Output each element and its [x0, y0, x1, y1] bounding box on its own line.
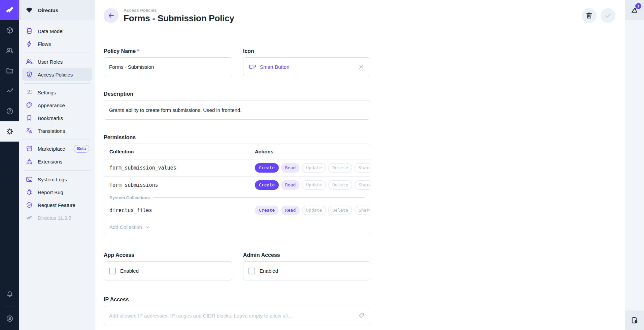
rabbit-logo-icon	[4, 5, 15, 16]
sidebar-item-system-logs[interactable]: System Logs	[22, 173, 92, 186]
arrow-left-icon	[107, 11, 115, 20]
admin-access-label: Admin Access	[243, 252, 370, 258]
breadcrumb: Access Policies	[124, 8, 234, 13]
sidebar-item-bookmarks[interactable]: Bookmarks	[22, 112, 92, 124]
sidebar-item-access-policies[interactable]: Access Policies	[22, 68, 92, 81]
smart-button-icon	[248, 63, 257, 71]
policy-name-value: Forms - Submission	[109, 64, 154, 70]
sidebar-item-user-roles[interactable]: User Roles	[22, 55, 92, 68]
divider-line	[154, 197, 365, 198]
description-label: Description	[104, 91, 370, 97]
permission-chip-delete[interactable]: Delete	[328, 180, 352, 190]
sidebar-item-label: System Logs	[38, 177, 67, 182]
delete-button[interactable]	[582, 8, 597, 23]
module-users-button[interactable]	[0, 40, 19, 61]
right-sidebar: 1	[625, 0, 644, 330]
app-access-checkbox-label: Enabled	[120, 268, 139, 274]
translate-icon	[25, 127, 33, 135]
permission-chip-delete[interactable]: Delete	[328, 206, 352, 215]
sidebar-divider	[24, 170, 91, 171]
sidebar-item-settings[interactable]: Settings	[22, 86, 92, 99]
admin-access-field-group: Admin Access Enabled	[243, 252, 370, 280]
column-collection: Collection	[109, 149, 255, 154]
permission-chip-share[interactable]: Share	[354, 206, 370, 215]
page-title: Forms - Submission Policy	[124, 13, 234, 24]
sidebar-item-flows[interactable]: Flows	[22, 37, 92, 50]
permissions-label: Permissions	[104, 134, 370, 141]
collection-name: directus_files	[109, 207, 255, 213]
module-bar-spacer	[0, 142, 19, 284]
palette-icon	[25, 101, 33, 109]
module-help-button[interactable]	[0, 101, 19, 121]
directus-logo-button[interactable]	[0, 0, 19, 20]
sidebar-nav: Data Model Flows User Roles Access Polic	[19, 20, 95, 224]
sidebar-item-marketplace[interactable]: Marketplace Beta	[22, 142, 92, 155]
sidebar-item-data-model[interactable]: Data Model	[22, 25, 92, 37]
column-actions: Actions	[255, 149, 365, 154]
sidebar-item-request-feature[interactable]: Request Feature	[22, 199, 92, 211]
collection-name: form_submission_values	[109, 165, 255, 171]
ip-access-input[interactable]: Add allowed IP addresses, IP ranges and …	[104, 306, 370, 325]
save-button[interactable]	[601, 8, 615, 23]
project-icon	[25, 6, 34, 14]
permission-chip-delete[interactable]: Delete	[328, 163, 352, 173]
sidebar-item-translations[interactable]: Translations	[22, 124, 92, 137]
activity-sidebar-button[interactable]	[625, 310, 644, 330]
project-header[interactable]: Directus	[19, 0, 95, 20]
back-button[interactable]	[104, 8, 118, 23]
app-access-checkbox[interactable]	[109, 268, 116, 274]
sidebar-divider	[24, 53, 91, 53]
sidebar: Directus Data Model Flows User Roles	[19, 0, 95, 330]
sidebar-item-appearance[interactable]: Appearance	[22, 99, 92, 112]
sidebar-item-label: Access Policies	[38, 72, 73, 78]
bolt-icon	[25, 40, 33, 48]
sidebar-item-label: Report Bug	[38, 189, 63, 195]
icon-select[interactable]: Smart Button	[243, 57, 370, 76]
module-content-button[interactable]	[0, 20, 19, 40]
permission-chip-read[interactable]: Read	[281, 163, 300, 173]
sidebar-item-label: Request Feature	[38, 202, 75, 208]
bug-icon	[25, 188, 33, 196]
module-notifications-button[interactable]	[0, 284, 19, 304]
notifications-tray-button[interactable]: 1	[625, 0, 644, 20]
policy-name-input[interactable]: Forms - Submission	[104, 57, 232, 76]
app-access-toggle[interactable]: Enabled	[104, 261, 232, 280]
page-header: Access Policies Forms - Submission Polic…	[95, 0, 625, 31]
notification-badge: 1	[635, 3, 641, 9]
module-settings-button[interactable]	[0, 121, 19, 142]
permission-chip-create[interactable]: Create	[255, 163, 279, 173]
sidebar-item-label: Extensions	[38, 159, 62, 164]
tag-icon[interactable]	[358, 312, 365, 319]
description-input[interactable]: Grants ability to create form submission…	[104, 100, 370, 120]
clear-icon[interactable]	[358, 63, 365, 70]
account-circle-icon	[6, 314, 14, 323]
permission-chip-create[interactable]: Create	[255, 180, 279, 190]
permission-chip-read[interactable]: Read	[281, 180, 300, 190]
people-icon	[6, 47, 14, 55]
permission-chip-share[interactable]: Share	[354, 180, 370, 190]
ip-access-placeholder: Add allowed IP addresses, IP ranges and …	[109, 313, 292, 319]
sidebar-item-report-bug[interactable]: Report Bug	[22, 186, 92, 199]
module-bar	[0, 0, 19, 330]
permission-chip-update[interactable]: Update	[302, 163, 326, 173]
admin-access-toggle[interactable]: Enabled	[243, 261, 370, 280]
permission-chip-share[interactable]: Share	[354, 163, 370, 173]
module-insights-button[interactable]	[0, 81, 19, 101]
clipboard-clock-icon	[630, 316, 639, 325]
admin-access-checkbox[interactable]	[248, 268, 255, 274]
version-label: Directus 11.3.5	[38, 215, 71, 221]
icon-value: Smart Button	[260, 64, 290, 70]
add-collection-button[interactable]: Add Collection	[104, 219, 370, 235]
chevron-down-icon	[144, 224, 150, 230]
sidebar-item-extensions[interactable]: Extensions	[22, 155, 92, 168]
permission-chip-read[interactable]: Read	[281, 206, 300, 215]
permission-chip-create[interactable]: Create	[255, 206, 279, 215]
sidebar-item-label: Marketplace	[38, 146, 65, 152]
sidebar-item-label: Translations	[38, 128, 65, 134]
module-account-button[interactable]	[0, 308, 19, 329]
bell-icon	[6, 290, 14, 298]
project-name: Directus	[38, 7, 58, 13]
module-files-button[interactable]	[0, 61, 19, 81]
permission-chip-update[interactable]: Update	[302, 180, 326, 190]
permission-chip-update[interactable]: Update	[302, 206, 326, 215]
